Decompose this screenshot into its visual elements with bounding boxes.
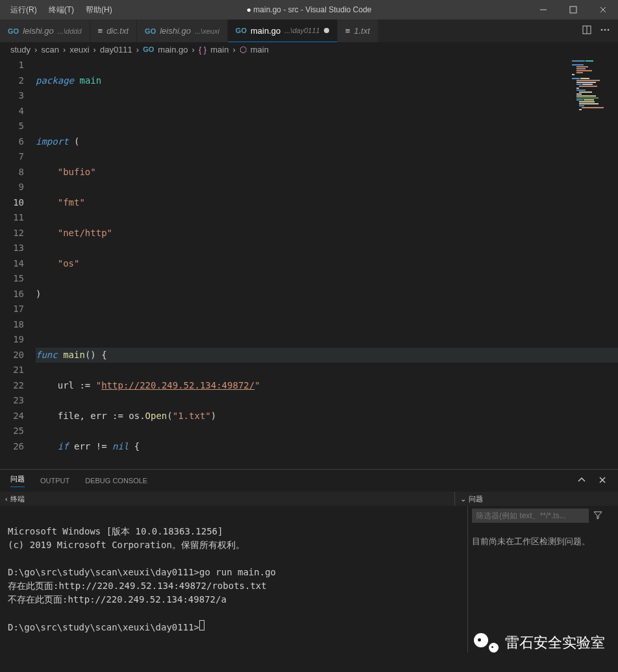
go-icon: GO [145,27,156,35]
breadcrumb-item[interactable]: day0111 [100,45,132,54]
tab-label: 1.txt [354,26,370,36]
chevron-down-icon: ⌄ [460,495,466,503]
wechat-icon [474,630,499,655]
tab-descr: ...\day0111 [284,27,319,34]
terminal-header[interactable]: ‹ 终端 [0,492,454,506]
panel-tab-debug[interactable]: DEBUG CONSOLE [85,477,147,485]
tab-1-txt[interactable]: ≡ 1.txt [338,19,378,42]
text-file-icon: ≡ [98,26,103,36]
editor[interactable]: 12345 678910 1112131415 1617181920 21222… [0,56,618,469]
cube-icon: ⬡ [240,45,247,54]
breadcrumb-item[interactable]: scan [41,45,58,54]
watermark: 雷石安全实验室 [474,630,605,655]
menu-run[interactable]: 运行(R) [5,2,42,18]
breadcrumb-item[interactable]: study [10,45,31,54]
chevron-right-icon: › [136,45,139,54]
watermark-text: 雷石安全实验室 [505,633,605,653]
panel-tab-problems[interactable]: 问题 [10,474,25,487]
close-panel-icon[interactable] [597,475,608,486]
line-gutter: 12345 678910 1112131415 1617181920 21222… [0,56,36,469]
chevron-right-icon: › [63,45,66,54]
panel-tabs: 问题 OUTPUT DEBUG CONSOLE [0,469,618,492]
breadcrumb-file[interactable]: main.go [158,45,188,54]
split-editor-icon[interactable] [582,25,592,37]
chevron-up-icon[interactable] [576,475,587,486]
text-file-icon: ≡ [345,26,351,36]
titlebar: 运行(R) 终端(T) 帮助(H) ● main.go - src - Visu… [0,0,618,19]
menu-terminal[interactable]: 终端(T) [43,2,79,18]
go-icon: GO [8,27,19,35]
terminal-cursor-icon [199,620,204,630]
tab-main-go[interactable]: GO main.go ...\day0111 [228,19,338,42]
modified-indicator-icon [324,28,329,33]
chevron-left-icon: ‹ [5,495,8,503]
split-header: ‹ 终端 ⌄ 问题 [0,492,618,506]
tab-leishi-dddd[interactable]: GO leishi.go ...\dddd [0,19,90,42]
chevron-right-icon: › [232,45,235,54]
svg-point-4 [604,29,606,31]
breadcrumb-item[interactable]: xeuxi [69,45,89,54]
chevron-right-icon: › [192,45,195,54]
breadcrumb-pkg[interactable]: main [210,45,229,54]
svg-point-5 [608,29,610,31]
filter-icon[interactable] [593,510,603,522]
terminal[interactable]: Microsoft Windows [版本 10.0.18363.1256] (… [0,506,467,653]
go-icon: GO [143,45,154,53]
tab-dic-txt[interactable]: ≡ dic.txt [90,19,138,42]
tab-label: dic.txt [106,26,129,36]
close-button[interactable] [588,0,618,19]
problems-header[interactable]: ⌄ 问题 [454,492,618,506]
panel-tab-output[interactable]: OUTPUT [40,477,69,485]
maximize-button[interactable] [558,0,588,19]
tab-descr: ...\dddd [58,27,82,35]
window-title: ● main.go - src - Visual Studio Code [247,5,371,14]
chevron-right-icon: › [93,45,96,54]
menubar: 运行(R) 终端(T) 帮助(H) [5,2,117,18]
minimize-button[interactable] [528,0,558,19]
menu-help[interactable]: 帮助(H) [80,2,117,18]
svg-point-3 [601,29,603,31]
minimap[interactable] [571,59,613,130]
problems-header-label: 问题 [469,494,483,504]
problems-empty-text: 目前尚未在工作区检测到问题。 [472,536,614,547]
code-area[interactable]: package main import ( "bufio" "fmt" "net… [36,56,618,469]
tab-label: leishi.go [23,26,54,36]
tab-leishi-xeuxi[interactable]: GO leishi.go ...\xeuxi [137,19,228,42]
tab-label: leishi.go [160,26,191,36]
tab-descr: ...\xeuxi [195,27,219,35]
window-controls [528,0,618,19]
breadcrumb-fn[interactable]: main [251,45,269,54]
problems-filter-input[interactable] [472,509,589,523]
editor-tabs: GO leishi.go ...\dddd ≡ dic.txt GO leish… [0,19,618,42]
chevron-right-icon: › [34,45,37,54]
breadcrumbs[interactable]: study › scan › xeuxi › day0111 › GO main… [0,42,618,56]
terminal-header-label: 终端 [10,494,25,504]
go-icon: GO [236,27,247,34]
more-actions-icon[interactable] [600,25,610,37]
braces-icon: { } [199,45,206,54]
tab-label: main.go [251,26,280,36]
svg-rect-0 [570,6,576,13]
